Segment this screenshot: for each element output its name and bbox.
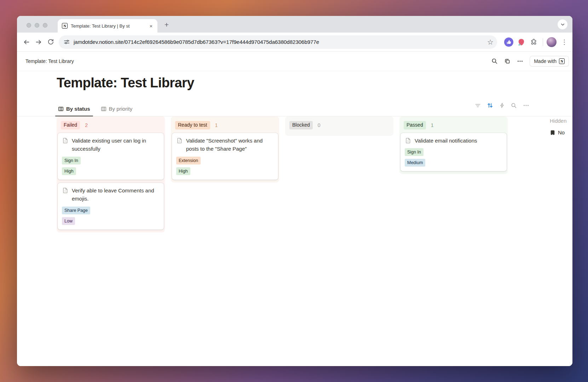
column-status-pill: Failed <box>61 121 80 129</box>
automation-lightning-icon[interactable] <box>499 103 505 108</box>
tab-title: Template: Test Library | By st <box>71 23 148 29</box>
board-column-header[interactable]: Ready to test 1 <box>172 118 278 133</box>
board-column-header[interactable]: Failed 2 <box>58 118 164 133</box>
hidden-group-row[interactable]: No <box>550 129 572 135</box>
notion-logo-icon: N <box>559 58 565 64</box>
column-cards: Validate "Screenshot" works and posts to… <box>172 133 278 180</box>
window-zoom-button[interactable] <box>43 23 47 28</box>
column-cards: Validate existing user can log in succes… <box>58 133 164 230</box>
bookmark-star-icon[interactable]: ☆ <box>487 39 494 46</box>
view-toolbar <box>475 102 529 109</box>
browser-toolbar: jamdotdev.notion.site/0714c2ef69264586b9… <box>17 33 572 52</box>
card-title: Verify able to leave Comments and emojis… <box>72 187 154 202</box>
purple-extension-icon[interactable] <box>504 37 514 47</box>
board-card[interactable]: Validate "Screenshot" works and posts to… <box>172 133 278 180</box>
card-tag: Low <box>62 217 75 225</box>
card-title: Validate existing user can log in succes… <box>72 138 146 152</box>
column-count: 1 <box>215 122 218 128</box>
page-doc-icon <box>62 138 68 144</box>
notion-topbar: Template: Test Library Made with N <box>17 52 572 71</box>
page-doc-icon <box>405 138 411 144</box>
column-count: 2 <box>85 122 88 128</box>
back-icon[interactable] <box>21 36 33 48</box>
url-text[interactable]: jamdotdev.notion.site/0714c2ef69264586b9… <box>74 39 487 45</box>
card-tag: Sign In <box>62 157 81 164</box>
card-tag: Extension <box>176 157 201 164</box>
toolbar-divider <box>543 38 543 46</box>
column-status-pill: Passed <box>404 121 426 129</box>
card-tags: ExtensionHigh <box>176 157 274 175</box>
browser-tab[interactable]: N Template: Test Library | By st × <box>58 19 157 33</box>
sort-icon[interactable] <box>487 102 493 109</box>
hidden-group-icon <box>550 130 555 135</box>
hidden-group-label: No <box>558 129 565 135</box>
page-doc-icon <box>177 138 183 144</box>
board-column: Failed 2 Validate existing user can log … <box>57 116 165 232</box>
made-with-label: Made with <box>534 58 557 64</box>
board-card[interactable]: Validate email notifications Sign InMedi… <box>400 133 507 172</box>
hidden-groups-label: Hidden <box>550 118 572 124</box>
notion-page: Template: Test Library By status By prio <box>17 71 572 366</box>
browser-window: N Template: Test Library | By st × + <box>17 16 572 366</box>
view-tab-label: By priority <box>109 106 133 112</box>
search-icon[interactable] <box>489 56 500 66</box>
reload-icon[interactable] <box>45 36 57 48</box>
filter-icon[interactable] <box>475 103 481 109</box>
card-tags: Share PageLow <box>62 207 160 225</box>
column-status-pill: Ready to test <box>175 121 210 129</box>
column-count: 0 <box>318 122 321 128</box>
forward-icon[interactable] <box>33 36 45 48</box>
board-column-header[interactable]: Blocked 0 <box>286 118 392 133</box>
card-title: Validate "Screenshot" works and posts to… <box>186 138 263 152</box>
card-tag: Share Page <box>62 207 90 214</box>
tab-strip: N Template: Test Library | By st × + <box>17 16 572 33</box>
card-title: Validate email notifications <box>415 138 477 144</box>
view-tab-label: By status <box>66 106 90 112</box>
browser-menu-icon[interactable]: ⋮ <box>561 38 567 46</box>
card-tags: Sign InHigh <box>62 157 160 175</box>
card-tag: Sign In <box>405 148 423 156</box>
view-tab-by-status[interactable]: By status <box>55 106 93 116</box>
column-cards: Validate email notifications Sign InMedi… <box>400 133 507 172</box>
card-tag: Medium <box>405 159 425 167</box>
duplicate-icon[interactable] <box>502 56 513 66</box>
view-search-icon[interactable] <box>511 103 517 109</box>
hidden-groups-section: Hidden No <box>550 118 572 135</box>
strawberry-extension-icon[interactable] <box>516 37 526 47</box>
new-tab-button[interactable]: + <box>162 20 171 29</box>
board-card[interactable]: Verify able to leave Comments and emojis… <box>58 183 164 230</box>
page-doc-icon <box>62 187 68 193</box>
card-tag: High <box>62 167 76 175</box>
board-column: Passed 1 Validate email notifications Si… <box>399 116 508 174</box>
window-close-button[interactable] <box>27 23 31 28</box>
breadcrumb[interactable]: Template: Test Library <box>25 58 74 64</box>
window-minimize-button[interactable] <box>35 23 39 28</box>
extensions-puzzle-icon[interactable] <box>529 37 538 47</box>
close-tab-icon[interactable]: × <box>148 22 155 29</box>
card-tag: High <box>176 167 190 175</box>
board-card[interactable]: Validate existing user can log in succes… <box>58 133 164 180</box>
url-bar[interactable]: jamdotdev.notion.site/0714c2ef69264586b9… <box>59 35 497 49</box>
desktop-wallpaper: N Template: Test Library | By st × + <box>0 0 588 382</box>
view-more-icon[interactable] <box>523 102 529 109</box>
board: Failed 2 Validate existing user can log … <box>57 116 508 232</box>
view-tab-by-priority[interactable]: By priority <box>98 106 136 116</box>
view-tabs-row: By status By priority <box>17 96 572 116</box>
board-column: Blocked 0 <box>285 116 393 136</box>
profile-avatar[interactable] <box>547 37 557 47</box>
made-with-notion-button[interactable]: Made with N <box>530 56 569 66</box>
notion-favicon-icon: N <box>62 23 68 29</box>
board-column: Ready to test 1 Validate "Screenshot" wo… <box>171 116 279 183</box>
tab-search-chevron-icon[interactable] <box>558 19 567 29</box>
board-column-header[interactable]: Passed 1 <box>400 118 507 133</box>
column-count: 1 <box>431 122 434 128</box>
card-tags: Sign InMedium <box>405 148 502 167</box>
column-status-pill: Blocked <box>289 121 313 129</box>
page-title: Template: Test Library <box>57 75 194 91</box>
site-settings-icon[interactable] <box>64 39 70 45</box>
more-options-icon[interactable] <box>515 56 525 66</box>
